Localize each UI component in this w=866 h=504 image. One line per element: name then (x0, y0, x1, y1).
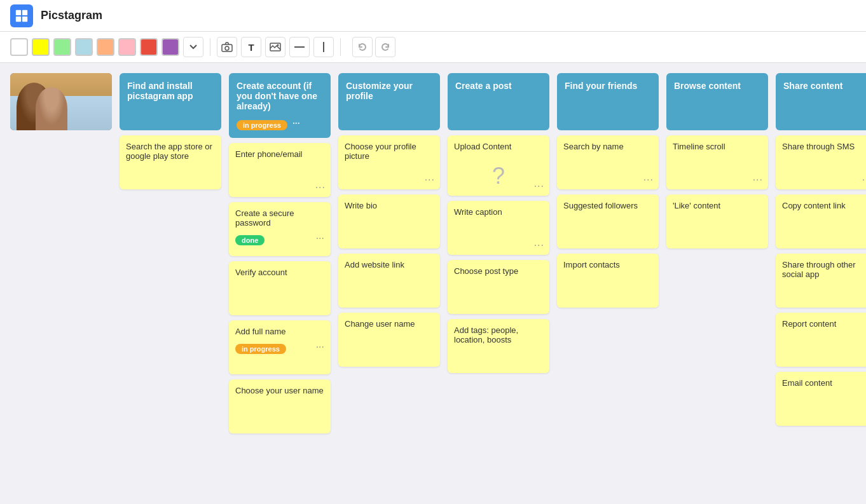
card-menu-icon[interactable]: ··· (643, 174, 654, 186)
card-verify-account[interactable]: Verify account (229, 261, 331, 315)
header-find-friends[interactable]: Find your friends (557, 73, 659, 130)
card-share-social[interactable]: Share through other social app (776, 254, 866, 308)
redo-button[interactable] (375, 37, 395, 57)
card-menu-icon[interactable]: ··· (534, 180, 544, 192)
card-website-link[interactable]: Add website link (338, 254, 440, 308)
card-like-content[interactable]: 'Like' content (666, 194, 768, 249)
card-create-password[interactable]: Create a secure password done ··· (229, 202, 331, 256)
card-text: 'Like' content (673, 201, 720, 210)
app-header: Picstagram (0, 0, 866, 32)
card-add-fullname[interactable]: Add full name in progress ··· (229, 320, 331, 374)
card-report-content[interactable]: Report content (776, 313, 866, 367)
board-inner: Find and install picstagram app Search t… (10, 73, 866, 433)
svg-point-5 (225, 46, 229, 50)
card-text: Create a secure password (235, 208, 294, 228)
card-text: Write caption (454, 207, 502, 217)
color-pink[interactable] (118, 38, 136, 56)
card-text: Search by name (563, 142, 624, 151)
undo-button[interactable] (352, 37, 373, 57)
card-choose-username[interactable]: Choose your user name (229, 379, 331, 433)
column-find-friends: Find your friends Search by name ··· Sug… (557, 73, 659, 308)
card-text: Enter phone/email (235, 149, 303, 159)
header-inprogress-badge: in progress (237, 120, 287, 130)
column-customize-profile: Customize your profile Choose your profi… (338, 73, 440, 367)
card-enter-phone[interactable]: Enter phone/email ··· (229, 143, 331, 197)
card-add-tags[interactable]: Add tags: people, location, boosts (448, 319, 549, 373)
card-text: Add website link (345, 260, 404, 269)
header-text: Find your friends (565, 81, 637, 91)
header-text: Share content (783, 81, 842, 91)
header-find-install[interactable]: Find and install picstagram app (120, 73, 221, 130)
header-create-account-text: Create account (if you don't have one al… (237, 81, 317, 111)
card-text: Copy content link (782, 201, 846, 210)
image-tool[interactable] (265, 37, 285, 57)
svg-rect-3 (22, 16, 27, 21)
card-text: Choose your user name (235, 386, 324, 395)
svg-rect-0 (16, 10, 21, 15)
header-create-account[interactable]: Create account (if you don't have one al… (229, 73, 331, 138)
card-text: Verify account (235, 268, 287, 277)
photo-sim (10, 73, 112, 130)
color-orange[interactable] (97, 38, 114, 56)
header-create-post[interactable]: Create a post (448, 73, 549, 130)
card-menu-icon[interactable]: ··· (534, 240, 544, 251)
card-menu-icon[interactable]: ··· (862, 174, 866, 186)
text-tool[interactable]: T (241, 37, 261, 57)
card-text: Import contacts (563, 260, 620, 269)
line-tool[interactable] (289, 37, 310, 57)
color-dropdown[interactable] (183, 37, 203, 57)
header-text: Browse content (674, 81, 741, 91)
card-copy-link[interactable]: Copy content link (776, 194, 866, 249)
header-browse-content[interactable]: Browse content (666, 73, 768, 130)
card-text: Add tags: people, location, boosts (454, 325, 518, 344)
color-yellow[interactable] (32, 38, 50, 56)
card-menu-icon[interactable]: ··· (425, 174, 435, 186)
card-change-username[interactable]: Change user name (338, 313, 440, 367)
app-logo (10, 4, 33, 27)
card-text: Change user name (345, 319, 415, 329)
card-share-sms[interactable]: Share through SMS ··· (776, 135, 866, 189)
undo-redo-group (352, 37, 395, 57)
svg-rect-2 (16, 16, 21, 21)
card-menu-icon[interactable]: ··· (316, 341, 324, 353)
card-text: Suggested followers (563, 201, 638, 210)
app-title: Picstagram (41, 9, 102, 22)
card-text: Share through SMS (782, 142, 855, 151)
column-create-post: Create a post Upload Content ? ··· Write… (448, 73, 549, 373)
card-email-content[interactable]: Email content (776, 372, 866, 426)
card-upload-content[interactable]: Upload Content ? ··· (448, 135, 549, 196)
color-green[interactable] (53, 38, 71, 56)
header-menu[interactable]: ··· (292, 118, 300, 128)
hero-image (10, 73, 112, 130)
toolbar-separator-2 (340, 38, 341, 56)
card-text: Choose your profile picture (345, 142, 416, 161)
card-menu-icon[interactable]: ··· (753, 174, 763, 186)
camera-tool[interactable] (217, 37, 237, 57)
card-text: Search the app store or google play stor… (126, 142, 212, 161)
card-text: Report content (782, 319, 836, 329)
card-text: Choose post type (454, 266, 518, 276)
card-write-caption[interactable]: Write caption ··· (448, 201, 549, 255)
header-text: Customize your profile (346, 81, 413, 101)
card-search-name[interactable]: Search by name ··· (557, 135, 659, 189)
header-text: Create a post (455, 81, 512, 91)
color-purple[interactable] (162, 38, 179, 56)
card-text: Add full name (235, 327, 286, 336)
header-share-content[interactable]: Share content (776, 73, 866, 130)
card-profile-picture[interactable]: Choose your profile picture ··· (338, 135, 440, 189)
card-search-appstore[interactable]: Search the app store or google play stor… (120, 135, 221, 189)
header-customize-profile[interactable]: Customize your profile (338, 73, 440, 130)
card-import-contacts[interactable]: Import contacts (557, 254, 659, 308)
card-menu-icon[interactable]: ··· (316, 233, 324, 244)
color-white[interactable] (10, 38, 28, 56)
color-blue[interactable] (75, 38, 93, 56)
card-text: Write bio (345, 201, 377, 210)
card-write-bio[interactable]: Write bio (338, 194, 440, 249)
card-suggested-followers[interactable]: Suggested followers (557, 194, 659, 249)
divider-tool[interactable] (313, 37, 334, 57)
column-find-install: Find and install picstagram app Search t… (120, 73, 221, 189)
card-timeline-scroll[interactable]: Timeline scroll ··· (666, 135, 768, 189)
card-menu-icon[interactable]: ··· (315, 182, 326, 193)
card-choose-post-type[interactable]: Choose post type (448, 260, 549, 314)
color-red[interactable] (140, 38, 158, 56)
